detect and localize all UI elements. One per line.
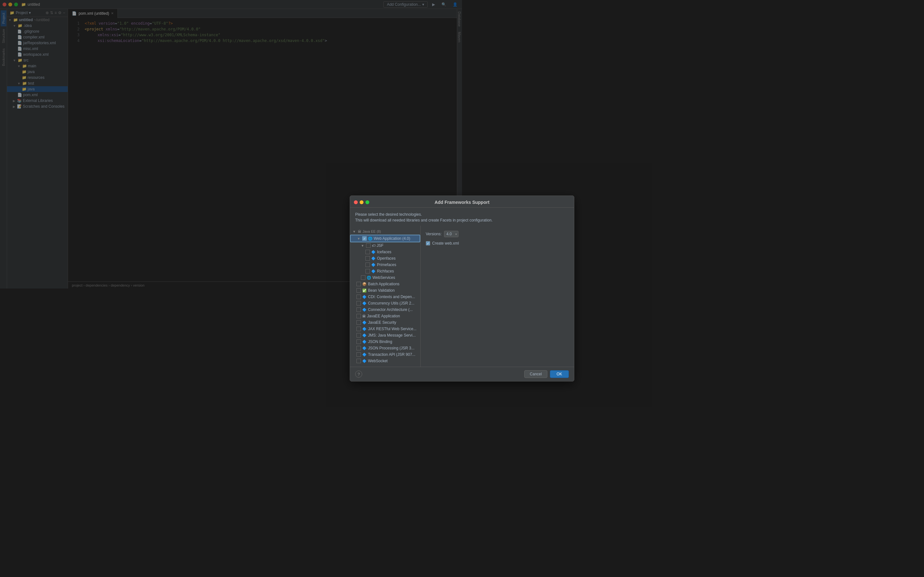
dialog-overlay: Add Frameworks Support Please select the… <box>0 0 462 288</box>
expand-arrow: ▼ <box>357 237 360 240</box>
richfaces-checkbox[interactable] <box>365 269 370 274</box>
frameworks-tree: ▼ 🏛 Java EE (8) ▼ ✓ 🌐 Web Application (4… <box>350 226 421 288</box>
versions-label: Versions: <box>426 232 441 236</box>
dialog-body: ▼ 🏛 Java EE (8) ▼ ✓ 🌐 Web Application (4… <box>350 226 462 288</box>
version-select[interactable]: 4.0 3.1 3.0 <box>444 231 459 237</box>
version-row: Versions: 4.0 3.1 3.0 <box>426 231 462 237</box>
primefaces-item[interactable]: 🔷 Primefaces <box>350 261 420 268</box>
bean-checkbox[interactable] <box>357 288 361 288</box>
icefaces-checkbox[interactable] <box>365 250 370 254</box>
openfaces-icon: 🔷 <box>371 256 376 261</box>
bean-icon: ✅ <box>362 288 367 289</box>
dialog-right-panel: Versions: 4.0 3.1 3.0 ✓ Create web.xml <box>421 226 462 288</box>
dialog-description: Please select the desired technologies. … <box>350 208 462 226</box>
webservices-item[interactable]: 🌐 WebServices <box>350 274 420 281</box>
batch-apps-item[interactable]: 📦 Batch Applications <box>350 281 420 287</box>
webservices-checkbox[interactable] <box>361 276 365 280</box>
jsf-icon: 🏷 <box>372 243 375 247</box>
category-label: Java EE (8) <box>363 229 381 234</box>
batch-icon: 📦 <box>362 282 367 286</box>
web-application-item[interactable]: ▼ ✓ 🌐 Web Application (4.0) <box>350 235 420 242</box>
expand-icon: ▼ <box>352 230 356 234</box>
icefaces-item[interactable]: 🔷 Icefaces <box>350 249 420 255</box>
bean-validation-item[interactable]: ✅ Bean Validation <box>350 287 420 288</box>
dialog-close-button[interactable] <box>354 200 358 204</box>
icefaces-icon: 🔷 <box>371 250 376 254</box>
expand-arrow: ▼ <box>361 244 364 247</box>
primefaces-icon: 🔷 <box>371 263 376 267</box>
dialog-title: Add Frameworks Support <box>435 200 462 205</box>
dialog-title-bar: Add Frameworks Support <box>350 196 462 208</box>
jsf-item[interactable]: ▼ 🏷 JSF <box>350 242 420 249</box>
openfaces-item[interactable]: 🔷 Openfaces <box>350 255 420 261</box>
dialog-traffic-lights <box>354 200 369 204</box>
richfaces-item[interactable]: 🔷 Richfaces <box>350 268 420 274</box>
batch-checkbox[interactable] <box>357 282 361 286</box>
webservices-icon: 🌐 <box>367 276 371 280</box>
dialog-maximize-button[interactable] <box>365 200 369 204</box>
web-app-checkbox[interactable]: ✓ <box>362 236 367 241</box>
create-webxml-checkbox[interactable]: ✓ <box>426 241 430 245</box>
web-app-icon: 🌐 <box>368 237 373 241</box>
jsf-checkbox[interactable] <box>366 243 371 248</box>
category-icon: 🏛 <box>358 229 361 234</box>
create-webxml-label: Create web.xml <box>432 241 459 245</box>
add-frameworks-dialog: Add Frameworks Support Please select the… <box>350 195 462 288</box>
javaee-category[interactable]: ▼ 🏛 Java EE (8) <box>350 228 420 235</box>
version-select-wrapper: 4.0 3.1 3.0 <box>444 231 459 237</box>
create-webxml-row: ✓ Create web.xml <box>426 241 462 245</box>
primefaces-checkbox[interactable] <box>365 263 370 267</box>
dialog-minimize-button[interactable] <box>360 200 363 204</box>
richfaces-icon: 🔷 <box>371 269 376 274</box>
openfaces-checkbox[interactable] <box>365 256 370 261</box>
